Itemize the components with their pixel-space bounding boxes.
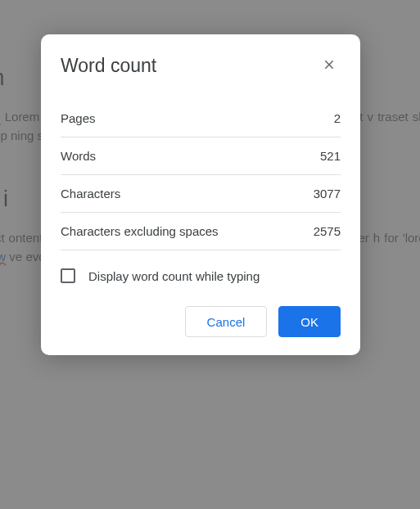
stat-label: Pages	[61, 111, 96, 125]
display-while-typing-checkbox[interactable]	[61, 268, 75, 283]
dialog-title: Word count	[61, 55, 156, 77]
stat-label: Characters	[61, 187, 120, 200]
close-button[interactable]	[318, 54, 341, 77]
close-icon	[323, 58, 336, 74]
stat-row-characters: Characters 3077	[61, 175, 341, 213]
stat-label: Words	[61, 149, 96, 163]
stat-row-pages: Pages 2	[61, 100, 341, 137]
stat-value: 2575	[314, 224, 341, 238]
stat-label: Characters excluding spaces	[61, 224, 219, 238]
stat-value: 2	[334, 111, 341, 125]
display-while-typing-label: Display word count while typing	[88, 269, 260, 283]
word-count-dialog: Word count Pages 2 Words 521 Characters …	[41, 34, 360, 355]
display-while-typing-row: Display word count while typing	[61, 250, 341, 306]
stat-row-characters-no-spaces: Characters excluding spaces 2575	[61, 213, 341, 250]
stat-row-words: Words 521	[61, 137, 341, 175]
dialog-buttons: Cancel OK	[61, 306, 341, 337]
stat-value: 521	[320, 149, 341, 163]
dialog-header: Word count	[61, 54, 341, 77]
cancel-button[interactable]: Cancel	[185, 306, 268, 337]
ok-button[interactable]: OK	[278, 306, 341, 337]
stat-value: 3077	[314, 187, 341, 200]
